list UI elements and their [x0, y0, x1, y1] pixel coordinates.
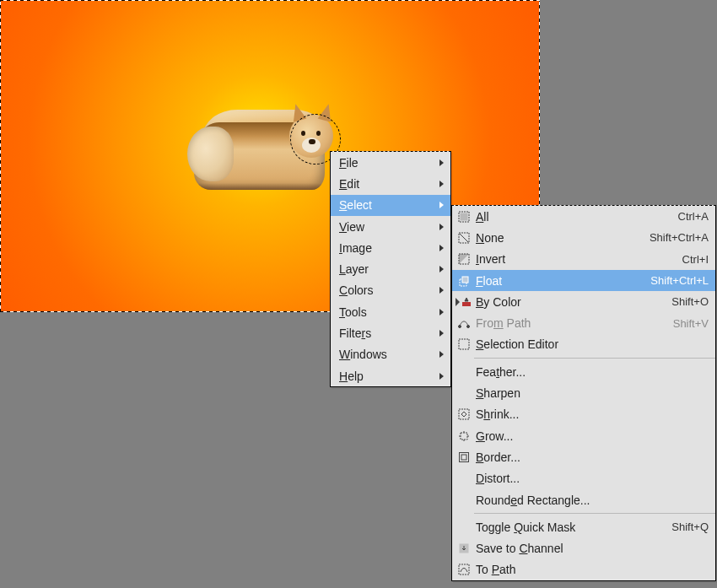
menu-item-colors[interactable]: Colors — [331, 280, 450, 301]
menu-item-label: Select — [339, 198, 439, 212]
submenu-arrow-icon — [439, 330, 444, 337]
submenu-item-label: All — [476, 210, 670, 224]
submenu-item-all[interactable]: AllCtrl+A — [452, 206, 715, 227]
menu-item-label: Help — [339, 370, 439, 383]
blank-icon — [456, 365, 472, 379]
to-path-icon — [456, 563, 472, 576]
shortcut-label: Shift+O — [663, 295, 709, 308]
menu-item-image[interactable]: Image — [331, 237, 450, 258]
submenu-item-label: To Path — [476, 563, 709, 576]
menu-item-view[interactable]: View — [331, 216, 450, 237]
select-all-icon — [456, 210, 472, 224]
blank-icon — [456, 494, 472, 507]
submenu-item-distort[interactable]: Distort... — [452, 468, 715, 489]
submenu-arrow-icon — [439, 245, 444, 251]
svg-rect-14 — [461, 455, 466, 460]
from-path-icon — [456, 316, 472, 330]
submenu-item-selection-editor[interactable]: Selection Editor — [452, 334, 715, 355]
menu-item-windows[interactable]: Windows — [331, 344, 450, 365]
grow-icon — [456, 429, 472, 443]
submenu-item-sharpen[interactable]: Sharpen — [452, 382, 715, 403]
submenu-arrow-icon — [439, 181, 444, 187]
submenu-item-label: Save to Channel — [476, 542, 709, 555]
menu-item-filters[interactable]: Filters — [331, 322, 450, 343]
menu-item-help[interactable]: Help — [331, 365, 450, 386]
svg-line-3 — [460, 234, 468, 242]
submenu-arrow-icon — [439, 159, 444, 166]
svg-point-9 — [467, 326, 470, 328]
submenu-arrow-icon — [439, 202, 444, 208]
menu-item-label: Layer — [339, 262, 439, 276]
selection-editor-icon — [456, 337, 472, 351]
submenu-item-label: Grow... — [476, 429, 709, 443]
submenu-arrow-icon — [439, 287, 444, 294]
submenu-arrow-icon — [439, 266, 444, 272]
submenu-item-border[interactable]: Border... — [452, 446, 715, 467]
submenu-item-by-color[interactable]: By ColorShift+O — [452, 291, 715, 312]
submenu-item-label: Distort... — [476, 472, 709, 485]
shortcut-label: Shift+Q — [663, 521, 709, 533]
blank-icon — [456, 472, 472, 485]
submenu-item-float[interactable]: FloatShift+Ctrl+L — [452, 270, 715, 291]
menu-item-label: File — [339, 156, 439, 170]
svg-rect-6 — [462, 277, 468, 283]
menu-item-file[interactable]: File — [331, 152, 450, 173]
menu-item-label: Filters — [339, 326, 439, 340]
submenu-item-label: None — [476, 231, 641, 245]
submenu-item-label: Selection Editor — [476, 337, 709, 351]
shortcut-label: Shift+V — [665, 317, 709, 330]
submenu-item-feather[interactable]: Feather... — [452, 361, 715, 382]
submenu-arrow-icon — [439, 373, 444, 380]
select-none-icon — [456, 231, 472, 245]
submenu-item-none[interactable]: NoneShift+Ctrl+A — [452, 227, 715, 248]
menu-item-label: Edit — [339, 177, 439, 191]
blank-icon — [456, 521, 472, 534]
svg-rect-7 — [462, 302, 471, 306]
menu-item-label: Colors — [339, 283, 439, 297]
svg-rect-13 — [460, 452, 469, 461]
submenu-item-label: From Path — [476, 316, 665, 330]
submenu-item-invert[interactable]: InvertCtrl+I — [452, 249, 715, 270]
submenu-arrow-icon — [439, 224, 444, 230]
shortcut-label: Ctrl+A — [670, 210, 709, 223]
menu-item-select[interactable]: Select — [331, 195, 450, 216]
menu-item-label: View — [339, 220, 439, 234]
submenu-item-label: Border... — [476, 450, 709, 464]
blank-icon — [456, 386, 472, 400]
menu-item-tools[interactable]: Tools — [331, 301, 450, 322]
submenu-item-from-path: From PathShift+V — [452, 312, 715, 333]
menu-item-label: Windows — [339, 348, 439, 361]
submenu-item-label: Sharpen — [476, 386, 709, 400]
border-icon — [456, 450, 472, 464]
svg-rect-11 — [459, 409, 469, 419]
context-menu[interactable]: FileEditSelectViewImageLayerColorsToolsF… — [330, 151, 451, 387]
menu-separator — [474, 513, 715, 514]
by-color-icon — [456, 295, 472, 309]
svg-rect-16 — [459, 564, 469, 575]
shrink-icon — [456, 407, 472, 421]
shortcut-label: Ctrl+I — [674, 253, 709, 266]
menu-item-label: Tools — [339, 305, 439, 319]
menu-item-layer[interactable]: Layer — [331, 258, 450, 279]
svg-rect-10 — [459, 339, 469, 349]
submenu-item-rounded-rectangle[interactable]: Rounded Rectangle... — [452, 489, 715, 510]
svg-rect-1 — [461, 213, 467, 220]
save-to-channel-icon — [456, 542, 472, 555]
submenu-item-save-to-channel[interactable]: Save to Channel — [452, 537, 715, 558]
select-submenu[interactable]: AllCtrl+ANoneShift+Ctrl+AInvertCtrl+IFlo… — [451, 205, 716, 581]
menu-item-edit[interactable]: Edit — [331, 173, 450, 194]
svg-point-8 — [459, 326, 461, 328]
submenu-item-grow[interactable]: Grow... — [452, 425, 715, 446]
submenu-item-toggle-quick-mask[interactable]: Toggle Quick MaskShift+Q — [452, 516, 715, 537]
submenu-item-to-path[interactable]: To Path — [452, 559, 715, 580]
submenu-item-label: Invert — [476, 252, 674, 266]
select-invert-icon — [456, 252, 472, 266]
float-icon — [456, 274, 472, 288]
submenu-item-label: By Color — [476, 295, 663, 309]
submenu-arrow-icon — [439, 309, 444, 316]
submenu-item-shrink[interactable]: Shrink... — [452, 404, 715, 425]
submenu-item-label: Rounded Rectangle... — [476, 494, 709, 507]
menu-separator — [474, 358, 715, 359]
shortcut-label: Shift+Ctrl+A — [641, 231, 709, 244]
menu-item-label: Image — [339, 241, 439, 255]
